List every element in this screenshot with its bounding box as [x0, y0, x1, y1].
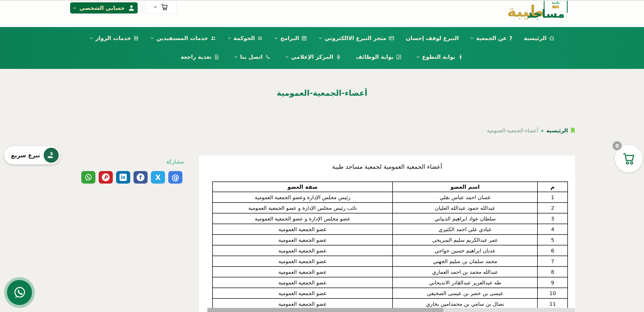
nav-row-2: بوابة التطوع بوابة الوظائف [0, 51, 644, 63]
nav-label: الرئيسية [524, 35, 546, 41]
share-linkedin-button[interactable]: in [116, 171, 130, 184]
table-row: 8عبدالله محمد بن احمد العماريعضو الجمعية… [213, 266, 568, 277]
whatsapp-icon [12, 285, 26, 300]
table-row: 6عدنان ابراهيم حسين خواجيعضو الجمعية الع… [213, 245, 568, 256]
x-icon: X [155, 173, 161, 181]
linkedin-icon: in [119, 174, 127, 181]
chevron-down-icon [285, 55, 289, 59]
nav-item-media-center[interactable]: المركز الإعلامي [285, 54, 341, 60]
chevron-down-icon [228, 36, 231, 40]
nav-item-about[interactable]: ? عن الجمعية [470, 35, 513, 42]
nav-item-jobs-portal[interactable]: بوابة الوظائف [356, 54, 402, 60]
phone-icon [265, 54, 271, 60]
main-navbar: الرئيسية ? عن الجمعية التبرع لوقف إحسان … [0, 27, 644, 69]
share-email-button[interactable]: @ [168, 171, 182, 184]
home-icon [549, 35, 555, 41]
nav-label: خدمات الزوار [95, 35, 131, 41]
nav-item-governance[interactable]: الحوكمة [228, 35, 263, 41]
cell-num: 11 [537, 298, 568, 309]
nav-item-donation-store[interactable]: متجر التبرع الاالكتروني [318, 35, 394, 41]
cards-icon [133, 35, 139, 41]
nav-item-waqf-donate[interactable]: التبرع لوقف إحسان [406, 35, 459, 41]
microphone-icon [336, 54, 341, 60]
site-logo[interactable]: طيبة مساجد طيبة [506, 1, 584, 25]
question-icon: ? [509, 35, 513, 42]
table-row: 11نضال بن سامي بن محمدامين بخاريعضو الجم… [213, 298, 568, 309]
share-pinterest-button[interactable]: P [99, 171, 113, 184]
chevron-down-icon [150, 36, 154, 40]
breadcrumb-home-link[interactable]: الرئيسية [546, 127, 568, 134]
email-icon: @ [171, 173, 179, 182]
card-icon [389, 35, 394, 41]
cell-name: نضال بن سامي بن محمدامين بخاري [393, 298, 537, 309]
table-row: 10عيسى بن خضر بن عيسى الصحيفيعضو الجمعية… [213, 288, 568, 298]
share-facebook-button[interactable]: f [134, 171, 148, 184]
account-button-label: حسابي الشخصي [79, 5, 125, 11]
open-book-icon [552, 4, 560, 10]
table-row: 7محمد سلمان بن سليم الجهنيعضو الجمعية ال… [213, 256, 568, 266]
svg-text:$: $ [50, 151, 53, 156]
nav-label: الحوكمة [234, 35, 255, 41]
share-label: مشاركة [166, 159, 184, 165]
cart-count-badge: 0 [613, 141, 622, 150]
nav-item-beneficiary-services[interactable]: خدمات المستفيدين [150, 35, 216, 41]
cell-role: عضو الجمعية العمومية [213, 256, 393, 266]
cell-name: عبدالله حمود عبدالله العليان [393, 203, 537, 213]
col-header-num: م [537, 182, 568, 192]
whatsapp-float-button[interactable] [4, 277, 35, 308]
table-header-row: م اسم العضو صفة العضو [213, 182, 568, 192]
table-row: 5عمر عبدالكريم سليم السريحىعضو الجمعية ا… [213, 235, 568, 245]
quick-donate-button[interactable]: تبرع سريع $ [4, 146, 60, 164]
chevron-down-icon [470, 36, 474, 40]
nav-item-visitor-services[interactable]: خدمات الزوار [89, 35, 139, 41]
cell-role: عضو الجمعية العمومية [213, 298, 393, 309]
nav-label: خدمات المستفيدين [156, 35, 208, 41]
members-table: م اسم العضو صفة العضو 1غسان احمد عباس نق… [212, 181, 568, 312]
cell-name: عبدالله محمد بن احمد العماري [393, 266, 537, 277]
col-header-role: صفة العضو [213, 182, 393, 192]
facebook-icon: f [137, 173, 144, 181]
nav-row-1: الرئيسية ? عن الجمعية التبرع لوقف إحسان … [0, 32, 644, 44]
nav-label: التبرع لوقف إحسان [406, 35, 459, 41]
cell-num: 1 [537, 192, 568, 203]
cell-name: عدنان ابراهيم حسين خواجي [393, 245, 537, 256]
cell-role: عضو الجمعية العمومية [213, 288, 393, 298]
nav-item-contact-us[interactable]: اتصل بنا [234, 54, 270, 60]
list-icon [257, 35, 263, 41]
nav-item-feedback[interactable]: تغذية راجعة [181, 54, 220, 60]
chevron-down-icon [234, 55, 238, 59]
page: حسابي الشخصي طيبة مساجد طيبة [0, 0, 644, 312]
edit-square-icon [396, 54, 402, 60]
nav-item-programs[interactable]: البرامج [274, 35, 307, 41]
hand-dollar-icon: $ [44, 148, 59, 163]
share-whatsapp-button[interactable] [81, 171, 95, 184]
whatsapp-icon [84, 173, 92, 181]
header-cart-button[interactable] [145, 1, 177, 13]
cell-num: 5 [537, 235, 568, 245]
cell-num: 8 [537, 266, 568, 277]
nav-label: عن الجمعية [476, 35, 507, 41]
account-button[interactable]: حسابي الشخصي [70, 2, 138, 14]
cell-name: سلطان عواد ابراهيم الذبياني [393, 213, 537, 224]
cell-role: رئيس مجلس الإدارة وعضو الجمعية العمومية [213, 192, 393, 203]
table-title: أعضاء الجمعية العمومية لجمعية مساجد طيبة [199, 163, 575, 170]
document-icon [214, 54, 220, 60]
horizontal-scrollbar[interactable] [207, 308, 575, 312]
cell-num: 6 [537, 245, 568, 256]
people-icon [210, 35, 216, 41]
table-row: 9طه عبدالعزيز عبدالقادر الانديجانيعضو ال… [213, 277, 568, 288]
table-row: 4عبادي علي احمد الكثيريعضو الجمعية العمو… [213, 224, 568, 235]
logo-emblem: طيبة [544, 1, 568, 13]
cell-role: عضو الجمعية العمومية [213, 245, 393, 256]
nav-item-home[interactable]: الرئيسية [524, 35, 554, 41]
cell-name: محمد سلمان بن سليم الجهني [393, 256, 537, 266]
breadcrumb: الرئيسية » أعضاء-الجمعية-العمومية [487, 127, 575, 134]
chevron-down-icon [89, 36, 93, 40]
calendar-icon [301, 35, 307, 41]
top-header: حسابي الشخصي طيبة مساجد طيبة [0, 0, 644, 28]
chevron-down-icon [416, 55, 420, 59]
nav-item-volunteer-portal[interactable]: بوابة التطوع [416, 54, 463, 60]
share-x-button[interactable]: X [151, 171, 165, 184]
horizontal-scrollbar-thumb[interactable] [207, 308, 443, 312]
pinterest-icon: P [102, 173, 110, 181]
